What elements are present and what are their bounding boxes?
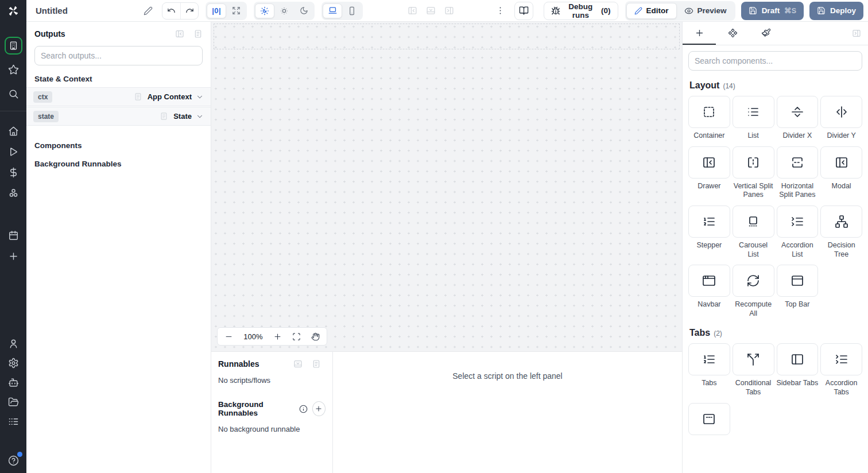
component-card-modal[interactable]: Modal — [820, 146, 862, 200]
edit-title-pencil-icon[interactable] — [144, 6, 153, 15]
sidebar-item-variables[interactable] — [4, 163, 22, 181]
sidebar-item-schedules[interactable] — [4, 226, 22, 245]
collapse-components-icon[interactable] — [852, 29, 861, 38]
help-icon — [8, 455, 19, 466]
left-rail — [0, 0, 26, 473]
sidebar-item-logs[interactable] — [4, 412, 22, 431]
component-label: Divider Y — [827, 131, 855, 141]
component-label: Carousel List — [733, 241, 774, 259]
component-card-panel-top-dashed[interactable] — [688, 403, 730, 439]
preview-mode-tab[interactable]: Preview — [677, 3, 734, 19]
pencil-icon — [634, 7, 642, 15]
component-card-stepper[interactable]: Stepper — [688, 206, 730, 259]
windmill-logo[interactable] — [0, 0, 26, 22]
component-label: Accordion List — [777, 241, 819, 259]
hsplit-icon — [777, 146, 819, 179]
component-card-vertical-split-panes[interactable]: Vertical Split Panes — [733, 146, 774, 200]
zoom-out-button[interactable] — [224, 332, 233, 341]
vsplit-icon — [733, 146, 774, 179]
component-card-sidebar-tabs[interactable]: Sidebar Tabs — [777, 343, 819, 397]
sidebar-item-settings[interactable] — [4, 354, 22, 372]
chevron-down-icon[interactable] — [196, 93, 204, 101]
app-window-icon — [688, 265, 730, 297]
component-card-decision-tree[interactable]: Decision Tree — [820, 206, 862, 259]
sidebar-item-home[interactable] — [4, 122, 22, 140]
sidebar-item-search[interactable] — [4, 84, 22, 103]
canvas-dropzone[interactable] — [214, 24, 680, 49]
ctx-badge: ctx — [33, 91, 52, 103]
component-card-accordion-list[interactable]: Accordion List — [777, 206, 819, 259]
sidebar-item-favorites[interactable] — [4, 60, 22, 79]
list-ordered-icon — [688, 343, 730, 375]
draft-button[interactable]: Draft ⌘S — [741, 2, 804, 20]
editor-mode-tab[interactable]: Editor — [626, 3, 677, 19]
sidebar-item-user[interactable] — [4, 334, 22, 352]
component-label: Top Bar — [785, 300, 809, 309]
chevron-down-icon[interactable] — [196, 113, 204, 121]
deploy-button[interactable]: Deploy — [809, 2, 863, 20]
zero-padding-toggle[interactable]: |0| — [207, 3, 226, 18]
component-card-recompute-all[interactable]: Recompute All — [733, 265, 774, 318]
pan-tool-button[interactable] — [311, 332, 320, 341]
component-card-carousel-list[interactable]: Carousel List — [733, 206, 774, 259]
runnables-title: Runnables — [218, 359, 259, 369]
redo-icon — [185, 6, 194, 15]
minus-icon — [224, 332, 233, 341]
redo-button[interactable] — [180, 3, 198, 19]
tab-insert-component[interactable] — [683, 22, 716, 45]
sidebar-item-resources[interactable] — [4, 184, 22, 202]
state-output-row[interactable]: state State — [26, 107, 211, 126]
zoom-in-button[interactable] — [273, 332, 282, 341]
component-card-accordion-tabs[interactable]: Accordion Tabs — [820, 343, 862, 397]
list-icon — [733, 96, 774, 128]
doc-icon[interactable] — [312, 359, 321, 369]
component-card-conditional-tabs[interactable]: Conditional Tabs — [733, 343, 774, 397]
fit-view-button[interactable] — [292, 332, 301, 341]
tab-component-settings[interactable] — [716, 22, 749, 45]
select-script-hint: Select a script on the left panel — [452, 371, 562, 473]
component-card-container[interactable]: Container — [688, 96, 730, 141]
component-card-navbar[interactable]: Navbar — [688, 265, 730, 318]
component-card-list[interactable]: List — [733, 96, 774, 141]
search-outputs-input[interactable] — [34, 46, 203, 65]
debug-runs-button[interactable]: Debug runs (0) — [544, 2, 618, 20]
add-background-runnable-button[interactable] — [312, 401, 326, 416]
expand-canvas-button[interactable] — [226, 3, 246, 18]
sidebar-item-help[interactable] — [4, 451, 22, 470]
component-card-top-bar[interactable]: Top Bar — [777, 265, 819, 318]
info-icon — [299, 405, 308, 413]
collapse-outputs-icon[interactable] — [175, 29, 184, 38]
sidebar-item-folders[interactable] — [4, 393, 22, 411]
sidebar-item-workspace[interactable] — [5, 37, 22, 55]
app-title[interactable]: Untitled — [36, 6, 68, 15]
app-canvas[interactable]: 100% — [211, 22, 682, 351]
divider-y-icon — [820, 96, 862, 128]
toggle-bottom-panel-icon — [426, 6, 436, 15]
component-card-tabs[interactable]: Tabs — [688, 343, 730, 397]
sidebar-item-assistant[interactable] — [4, 373, 22, 391]
component-card-drawer[interactable]: Drawer — [688, 146, 730, 200]
doc-icon[interactable] — [193, 29, 203, 38]
eye-icon — [684, 6, 693, 15]
nodes-icon — [8, 188, 19, 199]
theme-auto-button[interactable] — [255, 3, 274, 18]
sidebar-item-create[interactable] — [4, 247, 22, 265]
component-label: Sidebar Tabs — [777, 379, 819, 388]
ctx-output-row[interactable]: ctx App Context — [26, 87, 211, 106]
desktop-view-button[interactable] — [323, 3, 342, 18]
mobile-view-button[interactable] — [342, 3, 362, 18]
search-components-input[interactable] — [688, 51, 862, 71]
panel-top-dashed-icon — [688, 403, 730, 435]
undo-button[interactable] — [162, 3, 180, 19]
theme-light-button[interactable] — [274, 3, 294, 18]
theme-dark-button[interactable] — [294, 3, 313, 18]
collapse-runnables-icon[interactable] — [293, 359, 303, 369]
component-label: Conditional Tabs — [733, 379, 774, 397]
tab-styling[interactable] — [749, 22, 782, 45]
component-card-divider-y[interactable]: Divider Y — [820, 96, 862, 141]
sidebar-item-runs[interactable] — [4, 142, 22, 161]
component-card-horizontal-split-panes[interactable]: Horizontal Split Panes — [777, 146, 819, 200]
more-menu-button[interactable] — [495, 6, 505, 15]
docs-button[interactable] — [514, 2, 533, 20]
component-card-divider-x[interactable]: Divider X — [777, 96, 819, 141]
